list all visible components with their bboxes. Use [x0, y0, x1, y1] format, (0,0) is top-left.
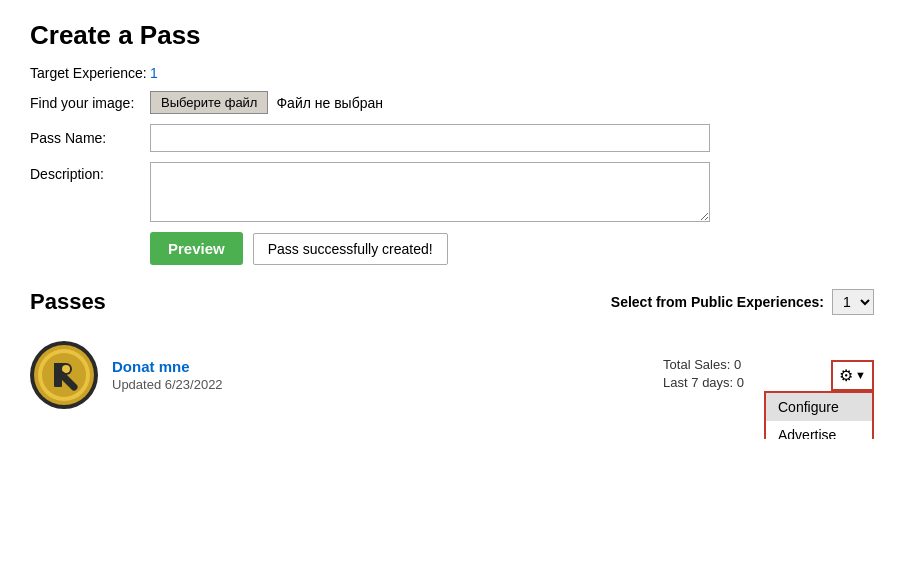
pass-stats: Total Sales: 0 Last 7 days: 0 [663, 357, 803, 393]
gear-icon: ⚙ [839, 366, 853, 385]
target-link[interactable]: 1 [150, 65, 158, 81]
advertise-menu-item[interactable]: Advertise [766, 421, 872, 440]
total-sales-number: 0 [734, 357, 741, 372]
preview-button[interactable]: Preview [150, 232, 243, 265]
description-textarea[interactable] [150, 162, 710, 222]
find-image-label: Find your image: [30, 95, 150, 111]
select-experiences-label: Select from Public Experiences: [611, 294, 824, 310]
total-sales-label: Total Sales: [663, 357, 730, 372]
last7-number: 0 [737, 375, 744, 390]
configure-menu-item[interactable]: Configure [766, 393, 872, 421]
pass-list-item: Donat mne Updated 6/23/2022 Total Sales:… [30, 331, 874, 419]
file-choose-button[interactable]: Выберите файл [150, 91, 268, 114]
pass-updated: Updated 6/23/2022 [112, 377, 649, 392]
pass-name-link[interactable]: Donat mne [112, 358, 190, 375]
passes-section-title: Passes [30, 289, 106, 315]
target-label: Target Experience: [30, 65, 150, 81]
last7-label: Last 7 days: [663, 375, 733, 390]
public-experiences-select[interactable]: 1 2 3 [832, 289, 874, 315]
gear-dropdown-wrapper: ⚙ ▼ Configure Advertise [831, 360, 874, 391]
success-message: Pass successfully created! [253, 233, 448, 265]
page-title: Create a Pass [30, 20, 874, 51]
pass-name-label: Pass Name: [30, 130, 150, 146]
pass-icon [30, 341, 98, 409]
pass-info: Donat mne Updated 6/23/2022 [112, 358, 649, 392]
chevron-down-icon: ▼ [855, 369, 866, 381]
no-file-text: Файл не выбран [276, 95, 383, 111]
description-label: Description: [30, 162, 150, 182]
pass-name-input[interactable] [150, 124, 710, 152]
gear-dropdown-menu: Configure Advertise [764, 391, 874, 440]
gear-button[interactable]: ⚙ ▼ [831, 360, 874, 391]
